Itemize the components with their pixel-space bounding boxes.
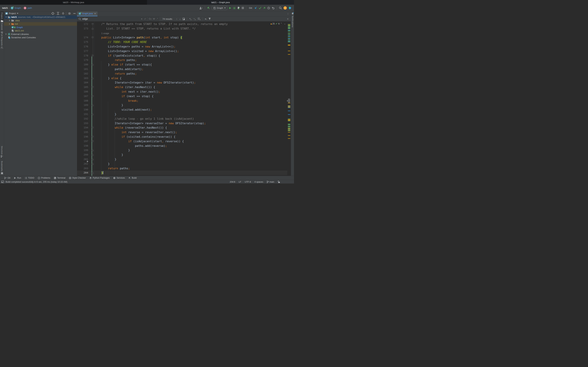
project-panel-title[interactable]: Project xyxy=(9,12,16,15)
funnel-icon[interactable] xyxy=(209,18,211,20)
tree-item-lab21[interactable]: lab21 sources root, ~/Desktop/cs61bl/su2… xyxy=(4,15,77,19)
tree-item-external-libraries[interactable]: External Libraries xyxy=(4,33,77,36)
words-toggle[interactable]: W xyxy=(153,18,155,20)
code-line-178[interactable]: 178 if (!pathExists(start, stop)) { xyxy=(77,53,287,58)
sidebar-item-commit[interactable]: Commit xyxy=(0,23,4,33)
tab-graph-java[interactable]: C Graph.java ✕ xyxy=(77,12,97,16)
fold-marker[interactable] xyxy=(92,149,94,151)
update-project-icon[interactable] xyxy=(254,7,257,9)
kebab-menu-icon[interactable]: ⋮ xyxy=(287,12,289,15)
caret-position[interactable]: 204:6 xyxy=(230,181,235,183)
fold-marker[interactable] xyxy=(92,86,94,88)
breadcrumb-project[interactable]: lab21 xyxy=(2,7,8,9)
marker-stripe[interactable] xyxy=(288,132,290,133)
inspections-widget[interactable]: ▲! 25 ✔ 6 ⌃ ⌄ xyxy=(270,22,285,25)
code-line-182[interactable]: 182 return paths; xyxy=(77,71,287,76)
marker-stripe[interactable] xyxy=(288,130,290,130)
filter-lines-icon[interactable]: ≡ᵢ xyxy=(205,18,207,20)
coverage-icon[interactable] xyxy=(237,7,240,9)
search-icon[interactable] xyxy=(279,7,282,9)
marker-stripe[interactable] xyxy=(288,39,290,40)
marker-stripe[interactable] xyxy=(288,24,290,25)
scroll-marker-bar[interactable] xyxy=(287,22,291,176)
marker-stripe[interactable] xyxy=(288,40,290,41)
fold-marker[interactable] xyxy=(92,104,94,106)
marker-stripe[interactable] xyxy=(288,34,290,35)
marker-stripe[interactable] xyxy=(288,26,290,26)
marker-stripe[interactable] xyxy=(288,30,290,31)
fold-marker[interactable] xyxy=(92,127,94,129)
add-occurrence-icon[interactable]: +ΙΙ xyxy=(189,17,191,20)
file-encoding[interactable]: UTF-8 xyxy=(245,181,251,183)
chevron-up-icon[interactable]: ⌃ xyxy=(281,23,282,25)
debug-icon[interactable] xyxy=(233,7,236,9)
breadcrumb-class[interactable]: Graph xyxy=(15,7,21,9)
usage-inlay-row[interactable]: 1 usage xyxy=(77,31,287,35)
regex-toggle[interactable]: .* xyxy=(156,18,158,20)
code-line-186[interactable]: 186 int next = iter.next(); xyxy=(77,90,287,94)
next-occurrence-icon[interactable]: ↓ xyxy=(179,18,181,20)
code-line-187[interactable]: 187 if (next == stop) { xyxy=(77,94,287,99)
fold-marker[interactable] xyxy=(92,64,94,66)
marker-stripe[interactable] xyxy=(288,114,290,115)
code-line-198[interactable]: 198 paths.add(reverse); xyxy=(77,144,287,148)
fold-marker[interactable] xyxy=(92,113,94,115)
inactive-window-title[interactable]: lab20 – MinHeap.java xyxy=(0,0,147,5)
sidebar-item-project[interactable]: Project xyxy=(0,12,4,22)
line-separator[interactable]: LF xyxy=(239,181,241,183)
code-line-181[interactable]: 181 paths.add(start); xyxy=(77,67,287,71)
marker-stripe[interactable] xyxy=(288,138,290,139)
marker-stripe[interactable] xyxy=(288,42,290,42)
open-in-window-icon[interactable] xyxy=(182,18,185,20)
marker-stripe[interactable] xyxy=(288,32,290,32)
commit-check-icon[interactable] xyxy=(259,7,261,9)
remove-occurrence-icon[interactable]: −ΙΙ xyxy=(193,17,196,20)
scrollbar-thumb[interactable] xyxy=(288,98,290,103)
code-line-191[interactable]: 191 } xyxy=(77,112,287,117)
fold-marker[interactable] xyxy=(92,140,94,142)
tree-item-out[interactable]: out xyxy=(4,22,77,26)
stop-icon[interactable] xyxy=(242,7,244,9)
tool-window-button-build[interactable]: Build xyxy=(129,177,137,179)
code-line-185[interactable]: 185 while (iter.hasNext()) { xyxy=(77,85,287,90)
hide-panel-icon[interactable] xyxy=(73,13,76,14)
code-line-201[interactable]: 201 } xyxy=(77,157,287,162)
tool-window-button-todo[interactable]: TODO xyxy=(25,177,34,179)
marker-stripe[interactable] xyxy=(288,103,290,103)
code-line-188[interactable]: 188 break; xyxy=(77,99,287,103)
code-line-180[interactable]: 180 } else if (start == stop){ xyxy=(77,62,287,67)
fold-marker[interactable] xyxy=(92,154,94,156)
code-line-183[interactable]: 183 } else { xyxy=(77,76,287,81)
sidebar-item-structure[interactable]: Structure xyxy=(0,146,4,158)
breadcrumb-method[interactable]: path xyxy=(27,7,32,9)
close-icon[interactable]: ✕ xyxy=(287,18,289,20)
code-line-176[interactable]: 176 List<Integer> paths = new ArrayList<… xyxy=(77,44,287,49)
chevron-down-icon[interactable]: ⌄ xyxy=(284,23,285,25)
tool-window-button-style-checker[interactable]: Style Checker xyxy=(69,177,86,179)
fold-marker[interactable] xyxy=(92,55,94,57)
select-all-occurrences-icon[interactable]: ☑ΙΙ xyxy=(198,17,200,20)
match-case-toggle[interactable]: Cc xyxy=(149,18,152,20)
marker-stripe[interactable] xyxy=(288,28,290,29)
marker-stripe[interactable] xyxy=(288,33,290,34)
marker-stripe[interactable] xyxy=(288,51,290,51)
code-line-175[interactable]: 175 // TODO: YOUR CODE HERE xyxy=(77,40,287,44)
run-icon[interactable] xyxy=(229,7,231,9)
usage-count-hint[interactable]: 1 usage xyxy=(101,31,109,36)
tool-window-button-git[interactable]: Git xyxy=(4,177,10,179)
newline-icon[interactable]: ⏎ xyxy=(144,18,146,20)
code-line-184[interactable]: 184 Iterator<Integer> iter = new DFSIter… xyxy=(77,80,287,85)
marker-stripe[interactable] xyxy=(288,121,290,121)
sidebar-item-pull-requests[interactable]: Pull Requests xyxy=(0,33,4,49)
code-line-199[interactable]: 199 } xyxy=(77,148,287,153)
ide-update-icon[interactable]: ↑ xyxy=(284,6,287,10)
code-line-195[interactable]: 195 int reverse = reverseIter.next(); xyxy=(77,130,287,134)
gear-icon[interactable] xyxy=(68,12,71,15)
tool-window-toggle-icon[interactable] xyxy=(1,181,4,183)
code-line-203[interactable]: 203 return paths; xyxy=(77,166,287,171)
marker-stripe[interactable] xyxy=(288,54,290,55)
tool-window-button-services[interactable]: Services xyxy=(113,177,125,179)
indent-setting[interactable]: 4 spaces xyxy=(254,181,263,183)
gradient-logo-icon[interactable] xyxy=(288,7,292,10)
code-line-202[interactable]: 202 } xyxy=(77,162,287,166)
